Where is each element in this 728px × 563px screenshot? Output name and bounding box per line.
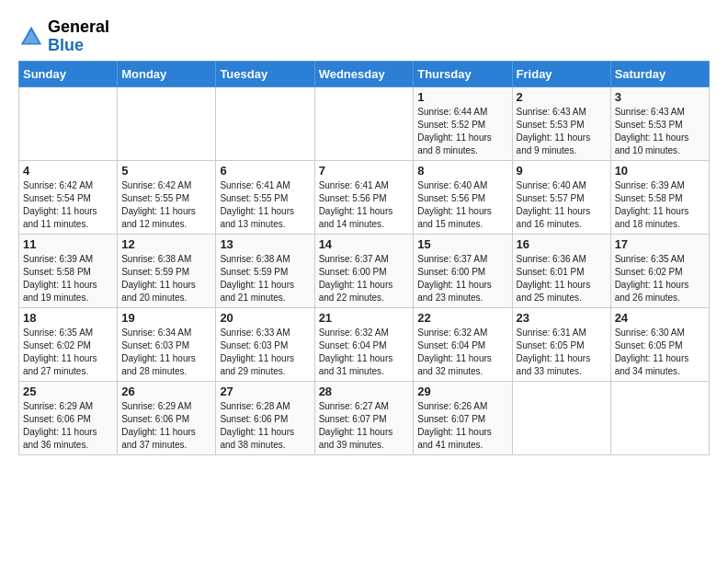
weekday-header-saturday: Saturday [610,61,709,86]
day-number: 6 [220,164,310,178]
calendar-cell: 1Sunrise: 6:44 AM Sunset: 5:52 PM Daylig… [414,86,512,160]
calendar-cell [314,86,414,160]
logo-general-text: General [48,17,109,36]
day-info: Sunrise: 6:35 AM Sunset: 6:02 PM Dayligh… [23,327,113,378]
calendar-week-5: 25Sunrise: 6:29 AM Sunset: 6:06 PM Dayli… [19,381,710,454]
calendar-cell [118,86,216,160]
day-info: Sunrise: 6:40 AM Sunset: 5:56 PM Dayligh… [417,179,507,231]
calendar-cell: 24Sunrise: 6:30 AM Sunset: 6:05 PM Dayli… [610,307,709,381]
calendar-cell: 13Sunrise: 6:38 AM Sunset: 5:59 PM Dayli… [216,234,314,307]
weekday-header-monday: Monday [118,61,216,86]
day-number: 14 [319,237,410,251]
day-number: 7 [319,164,410,178]
day-number: 9 [517,164,607,178]
day-info: Sunrise: 6:38 AM Sunset: 5:59 PM Dayligh… [220,253,310,304]
day-number: 2 [517,90,607,104]
calendar-cell: 11Sunrise: 6:39 AM Sunset: 5:58 PM Dayli… [19,234,118,307]
weekday-header-wednesday: Wednesday [314,61,414,86]
day-info: Sunrise: 6:42 AM Sunset: 5:55 PM Dayligh… [121,179,211,231]
day-info: Sunrise: 6:27 AM Sunset: 6:07 PM Dayligh… [319,400,410,452]
day-info: Sunrise: 6:43 AM Sunset: 5:53 PM Dayligh… [615,106,705,157]
day-number: 26 [121,385,211,398]
day-info: Sunrise: 6:29 AM Sunset: 6:06 PM Dayligh… [23,400,113,452]
day-info: Sunrise: 6:42 AM Sunset: 5:54 PM Dayligh… [23,179,113,231]
calendar-cell: 12Sunrise: 6:38 AM Sunset: 5:59 PM Dayli… [118,234,216,307]
calendar-cell: 27Sunrise: 6:28 AM Sunset: 6:06 PM Dayli… [216,381,314,454]
weekday-header-thursday: Thursday [414,61,512,86]
day-info: Sunrise: 6:38 AM Sunset: 5:59 PM Dayligh… [121,253,211,304]
calendar-cell: 4Sunrise: 6:42 AM Sunset: 5:54 PM Daylig… [19,160,118,234]
calendar-cell: 21Sunrise: 6:32 AM Sunset: 6:04 PM Dayli… [314,307,414,381]
day-info: Sunrise: 6:39 AM Sunset: 5:58 PM Dayligh… [23,253,113,304]
day-number: 23 [517,311,607,325]
calendar-cell: 17Sunrise: 6:35 AM Sunset: 6:02 PM Dayli… [610,234,709,307]
day-info: Sunrise: 6:34 AM Sunset: 6:03 PM Dayligh… [121,327,211,378]
day-info: Sunrise: 6:28 AM Sunset: 6:06 PM Dayligh… [220,400,310,452]
day-number: 4 [23,164,113,178]
calendar-week-2: 4Sunrise: 6:42 AM Sunset: 5:54 PM Daylig… [19,160,710,234]
day-info: Sunrise: 6:41 AM Sunset: 5:55 PM Dayligh… [220,179,310,231]
day-number: 16 [517,237,607,251]
page-header: General Blue [18,18,710,55]
calendar-week-1: 1Sunrise: 6:44 AM Sunset: 5:52 PM Daylig… [19,86,710,160]
day-info: Sunrise: 6:39 AM Sunset: 5:58 PM Dayligh… [615,179,705,231]
calendar-cell: 25Sunrise: 6:29 AM Sunset: 6:06 PM Dayli… [19,381,118,454]
calendar-cell [216,86,314,160]
calendar-cell: 3Sunrise: 6:43 AM Sunset: 5:53 PM Daylig… [610,86,709,160]
day-info: Sunrise: 6:43 AM Sunset: 5:53 PM Dayligh… [517,106,607,157]
day-number: 20 [220,311,310,325]
day-number: 24 [615,311,705,325]
calendar-cell: 22Sunrise: 6:32 AM Sunset: 6:04 PM Dayli… [414,307,512,381]
calendar-cell: 26Sunrise: 6:29 AM Sunset: 6:06 PM Dayli… [118,381,216,454]
weekday-header-tuesday: Tuesday [216,61,314,86]
day-number: 5 [121,164,211,178]
calendar-cell: 8Sunrise: 6:40 AM Sunset: 5:56 PM Daylig… [414,160,512,234]
day-number: 15 [417,237,507,251]
calendar-cell: 6Sunrise: 6:41 AM Sunset: 5:55 PM Daylig… [216,160,314,234]
day-number: 18 [23,311,113,325]
logo: General Blue [18,18,109,55]
logo-icon [18,24,44,50]
day-number: 10 [615,164,705,178]
logo-blue-text: Blue [48,36,84,54]
day-number: 17 [615,237,705,251]
weekday-header-friday: Friday [512,61,610,86]
day-number: 25 [23,385,113,398]
calendar-cell: 18Sunrise: 6:35 AM Sunset: 6:02 PM Dayli… [19,307,118,381]
day-number: 27 [220,385,310,398]
calendar-cell: 23Sunrise: 6:31 AM Sunset: 6:05 PM Dayli… [512,307,610,381]
weekday-header-row: SundayMondayTuesdayWednesdayThursdayFrid… [19,61,710,86]
calendar-cell: 14Sunrise: 6:37 AM Sunset: 6:00 PM Dayli… [314,234,414,307]
calendar-cell: 2Sunrise: 6:43 AM Sunset: 5:53 PM Daylig… [512,86,610,160]
calendar-week-3: 11Sunrise: 6:39 AM Sunset: 5:58 PM Dayli… [19,234,710,307]
day-info: Sunrise: 6:37 AM Sunset: 6:00 PM Dayligh… [319,253,410,304]
day-number: 21 [319,311,410,325]
day-info: Sunrise: 6:37 AM Sunset: 6:00 PM Dayligh… [417,253,507,304]
calendar-week-4: 18Sunrise: 6:35 AM Sunset: 6:02 PM Dayli… [19,307,710,381]
day-number: 28 [319,385,410,398]
day-info: Sunrise: 6:32 AM Sunset: 6:04 PM Dayligh… [417,327,507,378]
day-number: 22 [417,311,507,325]
day-number: 1 [417,90,507,104]
day-info: Sunrise: 6:32 AM Sunset: 6:04 PM Dayligh… [319,327,410,378]
calendar-cell: 9Sunrise: 6:40 AM Sunset: 5:57 PM Daylig… [512,160,610,234]
day-info: Sunrise: 6:33 AM Sunset: 6:03 PM Dayligh… [220,327,310,378]
weekday-header-sunday: Sunday [19,61,118,86]
calendar-cell: 16Sunrise: 6:36 AM Sunset: 6:01 PM Dayli… [512,234,610,307]
day-number: 13 [220,237,310,251]
calendar-cell: 19Sunrise: 6:34 AM Sunset: 6:03 PM Dayli… [118,307,216,381]
day-info: Sunrise: 6:26 AM Sunset: 6:07 PM Dayligh… [417,400,507,452]
day-info: Sunrise: 6:40 AM Sunset: 5:57 PM Dayligh… [517,179,607,231]
day-info: Sunrise: 6:44 AM Sunset: 5:52 PM Dayligh… [417,106,507,157]
day-info: Sunrise: 6:29 AM Sunset: 6:06 PM Dayligh… [121,400,211,452]
calendar-table: SundayMondayTuesdayWednesdayThursdayFrid… [18,61,710,455]
day-number: 8 [417,164,507,178]
day-number: 3 [615,90,705,104]
calendar-cell [19,86,118,160]
day-info: Sunrise: 6:31 AM Sunset: 6:05 PM Dayligh… [517,327,607,378]
day-number: 29 [417,385,507,398]
calendar-cell: 5Sunrise: 6:42 AM Sunset: 5:55 PM Daylig… [118,160,216,234]
calendar-cell: 10Sunrise: 6:39 AM Sunset: 5:58 PM Dayli… [610,160,709,234]
calendar-cell [610,381,709,454]
day-number: 19 [121,311,211,325]
